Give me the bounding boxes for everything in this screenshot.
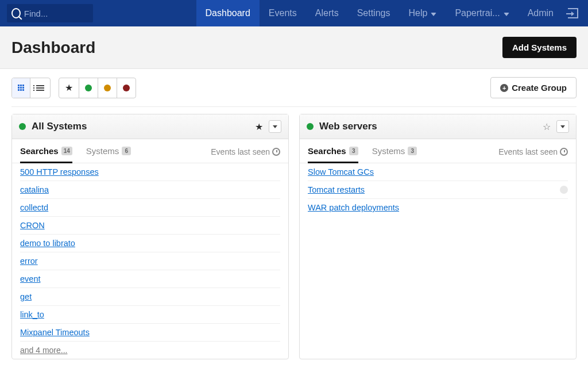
list-item: CRON xyxy=(20,217,280,235)
tab-label: Searches xyxy=(308,146,346,156)
grid-icon xyxy=(18,85,24,91)
divider xyxy=(11,106,577,107)
search-link[interactable]: catalina xyxy=(20,185,49,194)
create-group-label: Create Group xyxy=(512,83,567,93)
filter-red-button[interactable] xyxy=(117,78,136,98)
list-item: Slow Tomcat GCs xyxy=(308,163,568,181)
panel-tabs: Searches 3 Systems 3 Events last seen xyxy=(300,139,576,163)
list-item: 500 HTTP responses xyxy=(20,163,280,181)
list-item: WAR patch deployments xyxy=(308,199,568,216)
nav-dashboard[interactable]: Dashboard xyxy=(196,0,260,26)
filter-amber-button[interactable] xyxy=(98,78,117,98)
nav-papertrail[interactable]: Papertrai... xyxy=(446,0,518,26)
last-seen-label: Events last seen xyxy=(211,147,270,156)
nav-label: Papertrai... xyxy=(455,8,500,18)
panel-all-systems: All Systems ★ Searches 14 Systems 6 Even… xyxy=(11,114,289,359)
exit-icon xyxy=(568,8,578,18)
search-link[interactable]: 500 HTTP responses xyxy=(20,167,99,177)
search-link[interactable]: get xyxy=(20,292,32,301)
nav-logout[interactable] xyxy=(563,0,583,26)
status-dot-icon xyxy=(19,123,26,130)
nav-label: Help xyxy=(408,8,427,18)
topbar: Dashboard Events Alerts Settings Help Pa… xyxy=(0,0,588,26)
search-link[interactable]: error xyxy=(20,256,38,266)
search-wrap[interactable] xyxy=(7,4,93,22)
search-icon xyxy=(11,8,21,18)
tab-searches[interactable]: Searches 14 xyxy=(20,146,72,163)
filter-group: ★ xyxy=(59,78,136,98)
nav-help[interactable]: Help xyxy=(399,0,446,26)
darkred-dot-icon xyxy=(123,85,130,91)
tab-count: 3 xyxy=(349,147,358,155)
search-link[interactable]: WAR patch deployments xyxy=(308,203,399,212)
panel-title: All Systems xyxy=(32,121,249,132)
alert-indicator-icon xyxy=(560,186,568,194)
nav-label: Settings xyxy=(357,8,390,18)
list-item: get xyxy=(20,288,280,306)
list-icon xyxy=(36,85,44,91)
green-dot-icon xyxy=(85,85,92,91)
search-link[interactable]: Slow Tomcat GCs xyxy=(308,167,374,177)
search-input[interactable] xyxy=(24,9,88,18)
tab-count: 14 xyxy=(61,147,72,155)
events-last-seen: Events last seen xyxy=(498,147,568,162)
list-item: event xyxy=(20,270,280,288)
list-item: collectd xyxy=(20,199,280,217)
nav-label: Dashboard xyxy=(206,8,250,18)
page-title: Dashboard xyxy=(11,39,95,57)
last-seen-label: Events last seen xyxy=(498,147,558,156)
list-item: Mixpanel Timeouts xyxy=(20,324,280,342)
list-item: link_to xyxy=(20,306,280,324)
search-link[interactable]: Mixpanel Timeouts xyxy=(20,328,90,337)
nav-alerts[interactable]: Alerts xyxy=(306,0,348,26)
list-item: demo to librato xyxy=(20,235,280,252)
nav-settings[interactable]: Settings xyxy=(348,0,400,26)
filter-star-button[interactable]: ★ xyxy=(59,78,79,98)
tab-systems[interactable]: Systems 3 xyxy=(372,146,417,163)
search-link[interactable]: CRON xyxy=(20,221,45,230)
more-link[interactable]: and 4 more... xyxy=(20,346,68,355)
view-list-button[interactable] xyxy=(30,78,50,98)
list-item: catalina xyxy=(20,181,280,199)
panel-title: Web servers xyxy=(319,121,537,132)
tab-label: Systems xyxy=(86,146,119,156)
chevron-down-icon xyxy=(431,8,436,18)
nav-label: Alerts xyxy=(315,8,339,18)
panel-web-servers: Web servers ☆ Searches 3 Systems 3 Event… xyxy=(299,114,577,359)
list-item-more: and 4 more... xyxy=(20,342,280,359)
tab-label: Systems xyxy=(372,146,405,156)
search-link[interactable]: Tomcat restarts xyxy=(308,185,365,194)
nav-events[interactable]: Events xyxy=(260,0,306,26)
nav: Dashboard Events Alerts Settings Help Pa… xyxy=(196,0,583,26)
page-header: Dashboard Add Systems xyxy=(0,26,588,69)
panel-menu-button[interactable] xyxy=(556,120,569,133)
filter-green-button[interactable] xyxy=(79,78,98,98)
search-list: 500 HTTP responses catalina collectd CRO… xyxy=(12,163,288,359)
view-grid-button[interactable] xyxy=(12,78,30,98)
amber-dot-icon xyxy=(104,85,111,91)
search-link[interactable]: event xyxy=(20,274,40,283)
add-systems-button[interactable]: Add Systems xyxy=(502,37,577,58)
search-list: Slow Tomcat GCs Tomcat restarts WAR patc… xyxy=(300,163,576,216)
nav-admin[interactable]: Admin xyxy=(519,0,563,26)
star-icon[interactable]: ☆ xyxy=(543,121,551,132)
panel-menu-button[interactable] xyxy=(269,120,281,133)
chevron-down-icon xyxy=(504,8,509,18)
search-link[interactable]: link_to xyxy=(20,310,44,319)
events-last-seen: Events last seen xyxy=(211,147,280,162)
nav-label: Admin xyxy=(528,8,554,18)
search-link[interactable]: collectd xyxy=(20,203,48,212)
star-icon[interactable]: ★ xyxy=(255,121,263,132)
tab-label: Searches xyxy=(20,146,59,156)
create-group-button[interactable]: + Create Group xyxy=(490,77,577,98)
panel-tabs: Searches 14 Systems 6 Events last seen xyxy=(12,139,288,163)
clock-icon xyxy=(272,148,280,156)
panel-header: All Systems ★ xyxy=(12,114,288,139)
status-dot-icon xyxy=(307,123,314,130)
list-item: error xyxy=(20,252,280,270)
tab-searches[interactable]: Searches 3 xyxy=(308,146,358,163)
content: All Systems ★ Searches 14 Systems 6 Even… xyxy=(0,114,588,368)
tab-systems[interactable]: Systems 6 xyxy=(86,146,131,163)
clock-icon xyxy=(560,148,568,156)
search-link[interactable]: demo to librato xyxy=(20,239,75,248)
